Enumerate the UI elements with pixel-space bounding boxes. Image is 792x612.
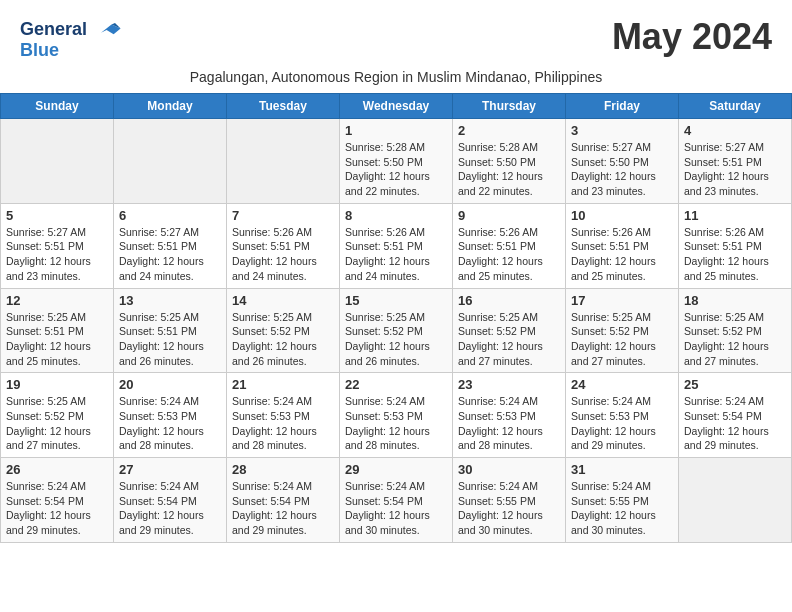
calendar-cell: 29Sunrise: 5:24 AM Sunset: 5:54 PM Dayli… [340,458,453,543]
day-info: Sunrise: 5:24 AM Sunset: 5:54 PM Dayligh… [684,394,786,453]
calendar-cell: 26Sunrise: 5:24 AM Sunset: 5:54 PM Dayli… [1,458,114,543]
calendar-table: SundayMondayTuesdayWednesdayThursdayFrid… [0,93,792,543]
day-info: Sunrise: 5:24 AM Sunset: 5:54 PM Dayligh… [119,479,221,538]
day-number: 16 [458,293,560,308]
day-info: Sunrise: 5:26 AM Sunset: 5:51 PM Dayligh… [345,225,447,284]
day-number: 9 [458,208,560,223]
calendar-cell: 6Sunrise: 5:27 AM Sunset: 5:51 PM Daylig… [114,203,227,288]
day-header-friday: Friday [566,94,679,119]
day-info: Sunrise: 5:25 AM Sunset: 5:52 PM Dayligh… [684,310,786,369]
calendar-cell: 27Sunrise: 5:24 AM Sunset: 5:54 PM Dayli… [114,458,227,543]
calendar-cell: 10Sunrise: 5:26 AM Sunset: 5:51 PM Dayli… [566,203,679,288]
calendar-week-2: 5Sunrise: 5:27 AM Sunset: 5:51 PM Daylig… [1,203,792,288]
day-info: Sunrise: 5:24 AM Sunset: 5:53 PM Dayligh… [571,394,673,453]
calendar-cell: 22Sunrise: 5:24 AM Sunset: 5:53 PM Dayli… [340,373,453,458]
calendar-cell: 25Sunrise: 5:24 AM Sunset: 5:54 PM Dayli… [679,373,792,458]
calendar-week-5: 26Sunrise: 5:24 AM Sunset: 5:54 PM Dayli… [1,458,792,543]
page-header: General Blue May 2024 [0,0,792,69]
day-number: 5 [6,208,108,223]
day-number: 22 [345,377,447,392]
day-number: 11 [684,208,786,223]
day-info: Sunrise: 5:28 AM Sunset: 5:50 PM Dayligh… [345,140,447,199]
calendar-cell: 5Sunrise: 5:27 AM Sunset: 5:51 PM Daylig… [1,203,114,288]
day-info: Sunrise: 5:25 AM Sunset: 5:52 PM Dayligh… [6,394,108,453]
day-info: Sunrise: 5:25 AM Sunset: 5:51 PM Dayligh… [6,310,108,369]
calendar-cell [114,119,227,204]
day-number: 3 [571,123,673,138]
day-header-sunday: Sunday [1,94,114,119]
day-info: Sunrise: 5:24 AM Sunset: 5:55 PM Dayligh… [571,479,673,538]
day-number: 19 [6,377,108,392]
day-number: 12 [6,293,108,308]
calendar-cell: 23Sunrise: 5:24 AM Sunset: 5:53 PM Dayli… [453,373,566,458]
calendar-cell: 21Sunrise: 5:24 AM Sunset: 5:53 PM Dayli… [227,373,340,458]
day-header-saturday: Saturday [679,94,792,119]
day-number: 18 [684,293,786,308]
calendar-cell: 17Sunrise: 5:25 AM Sunset: 5:52 PM Dayli… [566,288,679,373]
calendar-cell: 13Sunrise: 5:25 AM Sunset: 5:51 PM Dayli… [114,288,227,373]
day-number: 4 [684,123,786,138]
calendar-week-3: 12Sunrise: 5:25 AM Sunset: 5:51 PM Dayli… [1,288,792,373]
logo: General Blue [20,16,122,61]
calendar-cell: 31Sunrise: 5:24 AM Sunset: 5:55 PM Dayli… [566,458,679,543]
day-info: Sunrise: 5:24 AM Sunset: 5:54 PM Dayligh… [345,479,447,538]
calendar-cell: 4Sunrise: 5:27 AM Sunset: 5:51 PM Daylig… [679,119,792,204]
day-header-thursday: Thursday [453,94,566,119]
logo-bird-icon [94,16,122,44]
calendar-cell [1,119,114,204]
calendar-cell: 30Sunrise: 5:24 AM Sunset: 5:55 PM Dayli… [453,458,566,543]
day-header-tuesday: Tuesday [227,94,340,119]
calendar-cell: 19Sunrise: 5:25 AM Sunset: 5:52 PM Dayli… [1,373,114,458]
calendar-cell [679,458,792,543]
day-number: 26 [6,462,108,477]
calendar-cell: 9Sunrise: 5:26 AM Sunset: 5:51 PM Daylig… [453,203,566,288]
day-info: Sunrise: 5:24 AM Sunset: 5:53 PM Dayligh… [232,394,334,453]
day-info: Sunrise: 5:24 AM Sunset: 5:54 PM Dayligh… [6,479,108,538]
day-number: 20 [119,377,221,392]
day-info: Sunrise: 5:27 AM Sunset: 5:51 PM Dayligh… [6,225,108,284]
day-info: Sunrise: 5:25 AM Sunset: 5:52 PM Dayligh… [345,310,447,369]
day-number: 17 [571,293,673,308]
day-number: 2 [458,123,560,138]
day-info: Sunrise: 5:25 AM Sunset: 5:52 PM Dayligh… [458,310,560,369]
day-number: 14 [232,293,334,308]
day-info: Sunrise: 5:27 AM Sunset: 5:50 PM Dayligh… [571,140,673,199]
day-number: 29 [345,462,447,477]
calendar-cell: 15Sunrise: 5:25 AM Sunset: 5:52 PM Dayli… [340,288,453,373]
day-info: Sunrise: 5:24 AM Sunset: 5:53 PM Dayligh… [345,394,447,453]
day-number: 10 [571,208,673,223]
calendar-cell: 3Sunrise: 5:27 AM Sunset: 5:50 PM Daylig… [566,119,679,204]
day-number: 13 [119,293,221,308]
day-number: 6 [119,208,221,223]
day-info: Sunrise: 5:24 AM Sunset: 5:53 PM Dayligh… [458,394,560,453]
calendar-cell: 1Sunrise: 5:28 AM Sunset: 5:50 PM Daylig… [340,119,453,204]
day-info: Sunrise: 5:27 AM Sunset: 5:51 PM Dayligh… [119,225,221,284]
day-number: 7 [232,208,334,223]
day-header-wednesday: Wednesday [340,94,453,119]
day-number: 31 [571,462,673,477]
day-number: 8 [345,208,447,223]
calendar-cell: 18Sunrise: 5:25 AM Sunset: 5:52 PM Dayli… [679,288,792,373]
day-number: 30 [458,462,560,477]
calendar-header: SundayMondayTuesdayWednesdayThursdayFrid… [1,94,792,119]
day-info: Sunrise: 5:24 AM Sunset: 5:54 PM Dayligh… [232,479,334,538]
calendar-cell: 12Sunrise: 5:25 AM Sunset: 5:51 PM Dayli… [1,288,114,373]
calendar-cell: 7Sunrise: 5:26 AM Sunset: 5:51 PM Daylig… [227,203,340,288]
day-number: 25 [684,377,786,392]
day-info: Sunrise: 5:24 AM Sunset: 5:53 PM Dayligh… [119,394,221,453]
day-info: Sunrise: 5:24 AM Sunset: 5:55 PM Dayligh… [458,479,560,538]
calendar-cell: 20Sunrise: 5:24 AM Sunset: 5:53 PM Dayli… [114,373,227,458]
day-info: Sunrise: 5:25 AM Sunset: 5:51 PM Dayligh… [119,310,221,369]
logo-general: General [20,19,87,39]
month-title: May 2024 [612,16,772,58]
day-number: 28 [232,462,334,477]
calendar-cell: 8Sunrise: 5:26 AM Sunset: 5:51 PM Daylig… [340,203,453,288]
calendar-week-4: 19Sunrise: 5:25 AM Sunset: 5:52 PM Dayli… [1,373,792,458]
calendar-cell [227,119,340,204]
calendar-week-1: 1Sunrise: 5:28 AM Sunset: 5:50 PM Daylig… [1,119,792,204]
day-info: Sunrise: 5:28 AM Sunset: 5:50 PM Dayligh… [458,140,560,199]
day-number: 21 [232,377,334,392]
calendar-cell: 2Sunrise: 5:28 AM Sunset: 5:50 PM Daylig… [453,119,566,204]
day-number: 1 [345,123,447,138]
day-info: Sunrise: 5:25 AM Sunset: 5:52 PM Dayligh… [571,310,673,369]
